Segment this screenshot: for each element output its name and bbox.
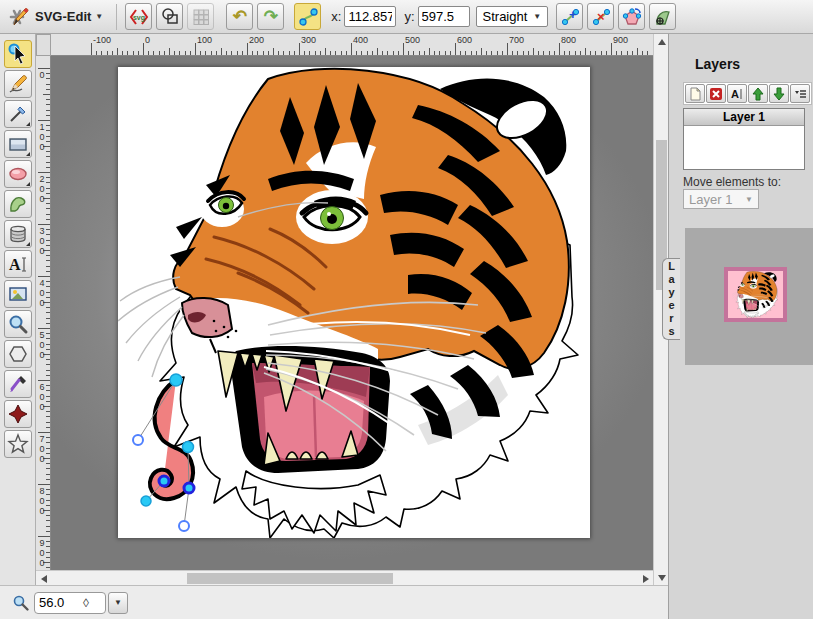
text-icon: A [7, 253, 29, 275]
svg-canvas[interactable] [118, 67, 590, 538]
layers-panel: Layers Layers A [668, 34, 813, 619]
add-node-button[interactable]: + [556, 3, 583, 30]
grid-button[interactable] [187, 3, 214, 30]
path-shape-icon [7, 193, 29, 215]
undo-button[interactable]: ↶ [226, 3, 253, 30]
x-label: x: [331, 9, 341, 24]
layer-thumbnail[interactable] [724, 267, 787, 322]
convert-to-path-button[interactable] [649, 3, 676, 30]
horizontal-scroll-thumb[interactable] [187, 573, 393, 584]
y-input[interactable] [418, 6, 470, 27]
arrow-up-icon [658, 39, 666, 45]
path-node-selected[interactable] [159, 476, 169, 486]
star-icon [7, 433, 29, 455]
hexagon-icon [7, 343, 29, 365]
ellipse-tool-button[interactable] [4, 160, 32, 188]
red-cross-icon [7, 403, 29, 425]
path-node[interactable] [183, 442, 194, 453]
move-layer-up-button[interactable] [748, 84, 768, 103]
line-tool-button[interactable] [4, 100, 32, 128]
layer-menu-button[interactable] [790, 84, 810, 103]
select-tool-button[interactable] [4, 40, 32, 68]
layer-list: Layer 1 [683, 108, 805, 170]
status-bar: ◊ ▼ [0, 585, 668, 619]
open-close-path-button[interactable] [618, 3, 645, 30]
svg-text:A: A [731, 88, 739, 100]
shape-library-button[interactable] [4, 220, 32, 248]
scroll-right-button[interactable] [638, 571, 653, 586]
horizontal-ruler: -10001002003004005006007008009001000 [51, 34, 653, 56]
delete-layer-icon [709, 87, 723, 101]
layer-up-icon [751, 87, 765, 101]
scroll-left-button[interactable] [36, 571, 51, 586]
new-layer-icon [688, 87, 702, 101]
svg-text:+: + [569, 7, 577, 22]
eyedropper-tool-button[interactable] [4, 370, 32, 398]
path-ctrl-handle[interactable] [179, 521, 189, 531]
redo-icon: ↷ [264, 8, 278, 25]
wireframe-button[interactable] [156, 3, 183, 30]
redo-button[interactable]: ↷ [257, 3, 284, 30]
layer-preview-area [685, 228, 813, 365]
segment-type-value: Straight [483, 9, 528, 24]
canvas-workspace[interactable] [51, 56, 653, 570]
delete-layer-button[interactable] [706, 84, 726, 103]
zoom-dropdown-button[interactable]: ▼ [108, 592, 128, 614]
select-arrow-icon [7, 43, 29, 65]
new-layer-button[interactable] [685, 84, 705, 103]
dropdown-caret-icon: ▼ [114, 598, 122, 607]
layer-row-selected[interactable]: Layer 1 [684, 109, 804, 126]
node-edit-mode-button[interactable] [294, 3, 321, 30]
tools-sidebar: A [0, 34, 36, 619]
svg-edit-logo-icon [7, 5, 31, 29]
layers-collapse-tab[interactable]: Layers [662, 258, 680, 340]
path-tool-button[interactable] [4, 190, 32, 218]
grid-icon [191, 7, 211, 27]
segment-type-select[interactable]: Straight ▼ [476, 6, 549, 27]
drawing-svg [118, 67, 590, 538]
y-label: y: [404, 9, 414, 24]
svg-text:×: × [597, 9, 605, 24]
move-layer-down-button[interactable] [769, 84, 789, 103]
zoom-input-box[interactable]: ◊ [34, 592, 106, 614]
add-node-icon: + [560, 7, 580, 27]
path-node-selected[interactable] [184, 483, 194, 493]
ruler-corner [36, 34, 51, 56]
move-elements-select[interactable]: Layer 1 ▼ [683, 189, 759, 209]
zoom-spinner-icon[interactable]: ◊ [83, 596, 89, 610]
zoom-input[interactable] [39, 595, 83, 610]
eyedropper-icon [7, 373, 29, 395]
toolbar-separator [116, 4, 117, 30]
path-node[interactable] [141, 496, 151, 506]
vertical-ruler: 0100200300400500600700800900 [36, 56, 51, 570]
arrow-down-icon [658, 575, 666, 581]
path-node[interactable] [170, 374, 182, 386]
main-menu-button[interactable]: SVG-Edit ▼ [4, 2, 110, 32]
layer-menu-icon [793, 87, 807, 101]
star-tool-button[interactable] [4, 430, 32, 458]
arrow-left-icon [41, 575, 47, 583]
connector-tool-button[interactable] [4, 400, 32, 428]
polygon-tool-button[interactable] [4, 340, 32, 368]
path-ctrl-handle[interactable] [133, 435, 143, 445]
svg-source-icon: svg [129, 7, 149, 27]
app-title: SVG-Edit [35, 9, 91, 24]
horizontal-scrollbar[interactable] [36, 570, 653, 585]
image-tool-button[interactable] [4, 280, 32, 308]
path-node-icon [298, 7, 318, 27]
tiger-thumbnail-svg [728, 271, 783, 318]
scroll-down-button[interactable] [654, 570, 669, 585]
zoom-magnifier-icon [12, 594, 30, 612]
source-code-button[interactable]: svg [125, 3, 152, 30]
scroll-up-button[interactable] [654, 34, 669, 49]
zoom-tool-button[interactable] [4, 310, 32, 338]
rename-layer-button[interactable]: A [727, 84, 747, 103]
layers-title: Layers [695, 56, 740, 72]
rect-tool-button[interactable] [4, 130, 32, 158]
pencil-tool-button[interactable] [4, 70, 32, 98]
arrow-right-icon [643, 575, 649, 583]
x-input[interactable] [344, 6, 396, 27]
text-tool-button[interactable]: A [4, 250, 32, 278]
delete-node-button[interactable]: × [587, 3, 614, 30]
delete-node-icon: × [591, 7, 611, 27]
